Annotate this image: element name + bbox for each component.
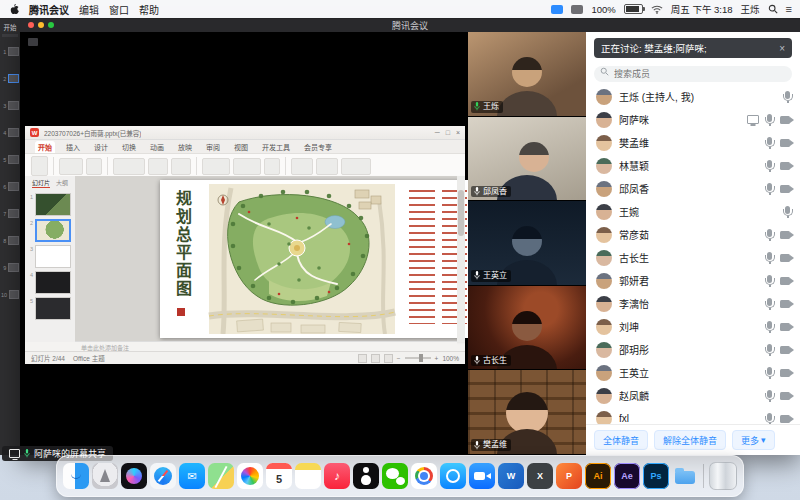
- background-wps-window[interactable]: 开始 1 2 3 4 5 6 7 8 9 10: [0, 18, 20, 455]
- bg-slide-thumb[interactable]: 4: [1, 128, 19, 137]
- dock-safari[interactable]: [150, 463, 176, 489]
- camera-icon[interactable]: [780, 277, 790, 285]
- zoom-in-icon[interactable]: +: [435, 355, 439, 362]
- dock-music[interactable]: ♪: [324, 463, 350, 489]
- zoom-out-icon[interactable]: −: [397, 355, 401, 362]
- dock-qq[interactable]: [353, 463, 379, 489]
- more-button[interactable]: 更多▾: [732, 430, 775, 450]
- camera-icon[interactable]: [780, 323, 790, 331]
- camera-icon[interactable]: [780, 415, 790, 423]
- dock-finder[interactable]: [63, 463, 89, 489]
- menu-clock[interactable]: 周五 下午 3:18: [671, 2, 733, 16]
- mic-icon[interactable]: [767, 321, 772, 329]
- ribbon-button[interactable]: [291, 158, 313, 175]
- dock-maps[interactable]: [208, 463, 234, 489]
- ribbon-button[interactable]: [316, 158, 338, 175]
- dock-notes[interactable]: [295, 463, 321, 489]
- video-tile[interactable]: 古长生: [468, 286, 586, 371]
- ribbon-button[interactable]: [233, 158, 261, 175]
- participant-row[interactable]: 阿萨咪: [586, 108, 800, 131]
- mic-icon[interactable]: [767, 137, 772, 145]
- dock-word[interactable]: W: [498, 463, 524, 489]
- wps-panel-tab-outline[interactable]: 大纲: [56, 178, 68, 188]
- wps-tab-review[interactable]: 审阅: [203, 141, 223, 153]
- wifi-icon[interactable]: [651, 5, 663, 14]
- bg-slide-thumb[interactable]: 2: [1, 74, 19, 83]
- mic-icon[interactable]: [767, 252, 772, 260]
- mic-icon[interactable]: [785, 91, 790, 99]
- participant-row[interactable]: 赵凤麟: [586, 384, 800, 407]
- wps-thumb[interactable]: 4: [27, 271, 73, 294]
- wps-panel-tab-slides[interactable]: 幻灯片: [32, 178, 50, 188]
- mic-icon[interactable]: [767, 390, 772, 398]
- ribbon-button[interactable]: [341, 158, 371, 175]
- meeting-titlebar[interactable]: 腾讯会议: [20, 18, 800, 32]
- camera-icon[interactable]: [780, 116, 790, 124]
- dock-illustrator[interactable]: Ai: [585, 463, 611, 489]
- dock-pdf[interactable]: P: [556, 463, 582, 489]
- mic-icon[interactable]: [767, 298, 772, 306]
- dock-folder[interactable]: [672, 463, 698, 489]
- dock-xmind[interactable]: X: [527, 463, 553, 489]
- dock-siri[interactable]: [121, 463, 147, 489]
- view-slideshow-icon[interactable]: [384, 354, 393, 363]
- participant-row[interactable]: 王英立: [586, 361, 800, 384]
- bg-slide-thumb[interactable]: 10: [1, 290, 19, 299]
- menu-app-name[interactable]: 腾讯会议: [29, 2, 69, 17]
- dock-after-effects[interactable]: Ae: [614, 463, 640, 489]
- dock-trash[interactable]: [709, 462, 737, 490]
- camera-icon[interactable]: [780, 346, 790, 354]
- control-center-icon[interactable]: ≡: [786, 3, 792, 15]
- close-icon[interactable]: ×: [779, 43, 785, 54]
- spotlight-icon[interactable]: [768, 4, 778, 14]
- mic-icon[interactable]: [767, 344, 772, 352]
- dock-calendar[interactable]: 5: [266, 463, 292, 489]
- ribbon-button[interactable]: [202, 158, 230, 175]
- video-tile[interactable]: 樊孟维: [468, 370, 586, 455]
- unmute-all-button[interactable]: 解除全体静音: [654, 430, 726, 450]
- input-source-icon[interactable]: [571, 5, 583, 14]
- mic-icon[interactable]: [767, 183, 772, 191]
- dock-photoshop[interactable]: Ps: [643, 463, 669, 489]
- camera-icon[interactable]: [780, 369, 790, 377]
- video-tile[interactable]: 邱凤香: [468, 117, 586, 202]
- ribbon-button[interactable]: [148, 158, 168, 175]
- menu-help[interactable]: 帮助: [139, 2, 159, 17]
- wps-tab-design[interactable]: 设计: [91, 141, 111, 153]
- participant-row[interactable]: 樊孟维: [586, 131, 800, 154]
- dock-mail[interactable]: ✉: [179, 463, 205, 489]
- camera-icon[interactable]: [780, 300, 790, 308]
- ribbon-button[interactable]: [59, 158, 83, 175]
- participant-row[interactable]: 常彦茹: [586, 223, 800, 246]
- mic-icon[interactable]: [767, 413, 772, 421]
- wps-thumb[interactable]: 2: [27, 219, 73, 242]
- camera-icon[interactable]: [780, 185, 790, 193]
- video-tile[interactable]: 王烁: [468, 32, 586, 117]
- participant-row[interactable]: 邵玥彤: [586, 338, 800, 361]
- wps-thumb[interactable]: 1: [27, 193, 73, 216]
- wps-tab-transition[interactable]: 切换: [119, 141, 139, 153]
- mic-icon[interactable]: [767, 367, 772, 375]
- camera-icon[interactable]: [780, 139, 790, 147]
- bg-slide-thumb[interactable]: 6: [1, 182, 19, 191]
- wps-thumb[interactable]: 3: [27, 245, 73, 268]
- participant-row[interactable]: 刘坤: [586, 315, 800, 338]
- wps-tab-slideshow[interactable]: 放映: [175, 141, 195, 153]
- wps-tab-dev[interactable]: 开发工具: [259, 141, 293, 153]
- dock-tencent-meeting[interactable]: [469, 463, 495, 489]
- camera-icon[interactable]: [780, 392, 790, 400]
- participant-row[interactable]: 王婉: [586, 200, 800, 223]
- bg-slide-thumb[interactable]: 5: [1, 155, 19, 164]
- participant-row[interactable]: 古长生: [586, 246, 800, 269]
- dock-wechat[interactable]: [382, 463, 408, 489]
- bg-slide-thumb[interactable]: 7: [1, 209, 19, 218]
- wps-maximize-icon[interactable]: □: [446, 129, 450, 136]
- participant-row[interactable]: 邱凤香: [586, 177, 800, 200]
- view-sorter-icon[interactable]: [371, 354, 380, 363]
- mic-icon[interactable]: [785, 206, 790, 214]
- camera-icon[interactable]: [780, 162, 790, 170]
- menu-edit[interactable]: 编辑: [79, 2, 99, 17]
- menu-window[interactable]: 窗口: [109, 2, 129, 17]
- dock-browser[interactable]: [440, 463, 466, 489]
- mic-icon[interactable]: [767, 160, 772, 168]
